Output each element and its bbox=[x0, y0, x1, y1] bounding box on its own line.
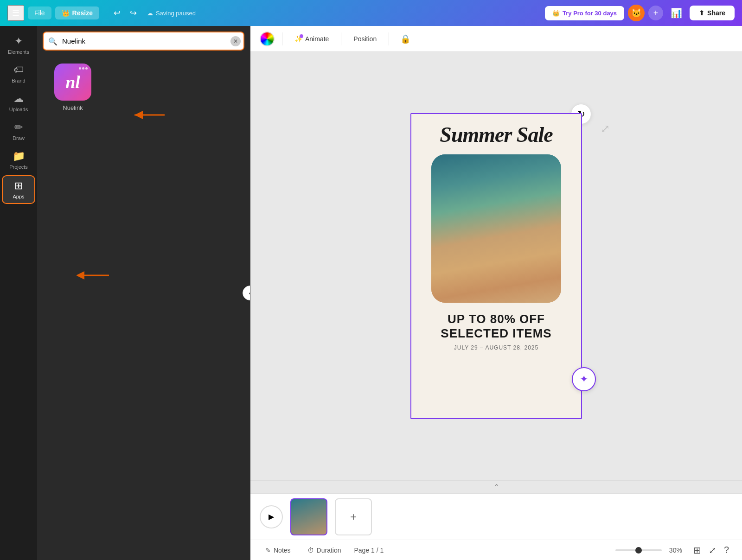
draw-icon: ✏ bbox=[14, 121, 23, 134]
try-pro-label: Try Pro for 30 days bbox=[563, 10, 617, 17]
notes-label: Notes bbox=[274, 547, 291, 554]
nuelink-icon-text: nl bbox=[65, 72, 80, 92]
sidebar-item-elements-label: Elements bbox=[8, 49, 29, 55]
help-button[interactable]: ? bbox=[722, 543, 731, 558]
add-button[interactable]: + bbox=[648, 6, 663, 20]
sidebar-item-apps[interactable]: ⊞ Apps bbox=[2, 175, 35, 204]
animate-icon-wrap: ✨ bbox=[294, 35, 302, 43]
menu-button[interactable]: ☰ bbox=[7, 5, 24, 21]
elements-icon: ✦ bbox=[14, 35, 23, 47]
try-pro-button[interactable]: 👑 Try Pro for 30 days bbox=[545, 6, 624, 20]
main-layout: ✦ Elements 🏷 Brand ☁ Uploads ✏ Draw 📁 Pr… bbox=[0, 26, 742, 560]
animate-button[interactable]: ✨ Animate bbox=[290, 32, 333, 45]
crown-icon: 👑 bbox=[62, 9, 70, 17]
page-info: Page 1 / 1 bbox=[354, 547, 384, 554]
nuelink-app-icon: nl bbox=[54, 64, 91, 101]
duration-label: Duration bbox=[317, 547, 341, 554]
brand-icon: 🏷 bbox=[13, 64, 24, 76]
grid-view-button[interactable]: ⊞ bbox=[691, 543, 703, 558]
file-button[interactable]: File bbox=[28, 6, 51, 19]
nuelink-app-name: Nuelink bbox=[63, 104, 83, 111]
toolbar-separator-3 bbox=[389, 32, 389, 45]
undo-button[interactable]: ↩ bbox=[111, 5, 123, 21]
search-input[interactable] bbox=[43, 32, 244, 51]
arrow-to-app bbox=[130, 106, 167, 124]
bottom-bar: ▶ + bbox=[250, 493, 742, 540]
saving-icon: ☁ bbox=[147, 10, 153, 17]
collapse-timeline-button[interactable]: ⌃ bbox=[493, 483, 499, 491]
canvas-area: ✨ Animate Position 🔒 ↻ Summe bbox=[250, 26, 742, 560]
design-wrapper: ↻ Summer Sale UP TO 80% OFF SELECTED ITE… bbox=[410, 113, 582, 419]
resize-label: Resize bbox=[72, 9, 93, 17]
sidebar-item-brand-label: Brand bbox=[12, 78, 25, 83]
add-page-button[interactable]: + bbox=[335, 498, 372, 535]
share-button[interactable]: ⬆ Share bbox=[690, 6, 735, 20]
color-picker[interactable] bbox=[260, 32, 275, 46]
sidebar-item-elements[interactable]: ✦ Elements bbox=[2, 32, 35, 58]
fullscreen-button[interactable]: ⤢ bbox=[707, 543, 718, 558]
dot1 bbox=[79, 67, 81, 70]
redo-button[interactable]: ↪ bbox=[127, 5, 140, 21]
canvas-toolbar: ✨ Animate Position 🔒 bbox=[250, 26, 742, 52]
saving-status: ☁ Saving paused bbox=[147, 10, 196, 17]
sidebar-item-draw[interactable]: ✏ Draw bbox=[2, 118, 35, 145]
animate-notif-dot bbox=[300, 34, 303, 38]
design-image-figure bbox=[431, 154, 561, 303]
app-icon-dots bbox=[79, 67, 88, 70]
dot3 bbox=[85, 67, 88, 70]
sidebar-item-projects[interactable]: 📁 Projects bbox=[2, 146, 35, 173]
avatar[interactable]: 🐱 bbox=[628, 5, 645, 21]
sidebar-item-uploads-label: Uploads bbox=[9, 107, 28, 112]
notes-button[interactable]: ✎ Notes bbox=[262, 545, 294, 556]
design-card[interactable]: Summer Sale UP TO 80% OFF SELECTED ITEMS… bbox=[410, 113, 582, 419]
saving-text: Saving paused bbox=[156, 10, 196, 17]
search-wrapper: 🔍 ✕ bbox=[43, 32, 244, 51]
canvas-scroll: ↻ Summer Sale UP TO 80% OFF SELECTED ITE… bbox=[250, 52, 742, 480]
expand-icon: ⤢ bbox=[601, 122, 610, 135]
zoom-bar: 30% bbox=[615, 547, 682, 554]
topbar: ☰ File 👑 Resize ↩ ↪ ☁ Saving paused 👑 Tr… bbox=[0, 0, 742, 26]
uploads-icon: ☁ bbox=[13, 93, 24, 105]
share-icon: ⬆ bbox=[699, 9, 704, 17]
divider bbox=[105, 6, 105, 19]
analytics-button[interactable]: 📊 bbox=[667, 6, 686, 20]
zoom-thumb[interactable] bbox=[635, 547, 642, 554]
bottom-icon-buttons: ⊞ ⤢ ? bbox=[691, 543, 731, 558]
nuelink-app-card[interactable]: nl Nuelink bbox=[43, 58, 103, 117]
status-bar: ✎ Notes ⏱ Duration Page 1 / 1 30% bbox=[250, 540, 742, 560]
lock-button[interactable]: 🔒 bbox=[397, 32, 414, 46]
apps-panel: 🔍 ✕ nl Nuelink bbox=[37, 26, 250, 560]
sidebar-item-uploads[interactable]: ☁ Uploads bbox=[2, 89, 35, 116]
notes-icon: ✎ bbox=[265, 547, 271, 554]
sidebar-item-draw-label: Draw bbox=[13, 135, 25, 141]
try-pro-crown-icon: 👑 bbox=[552, 10, 560, 17]
apps-icon: ⊞ bbox=[14, 180, 23, 192]
zoom-percent: 30% bbox=[665, 547, 682, 554]
sidebar-item-apps-label: Apps bbox=[13, 194, 24, 199]
design-image bbox=[431, 154, 561, 303]
page-thumbnail-1[interactable] bbox=[290, 498, 327, 535]
projects-icon: 📁 bbox=[13, 150, 25, 162]
sidebar-item-projects-label: Projects bbox=[9, 164, 28, 170]
dot2 bbox=[82, 67, 84, 70]
search-clear-button[interactable]: ✕ bbox=[230, 36, 241, 46]
position-button[interactable]: Position bbox=[349, 32, 381, 45]
toolbar-separator-2 bbox=[341, 32, 341, 45]
design-subtitle: UP TO 80% OFF SELECTED ITEMS bbox=[441, 312, 551, 341]
magic-button[interactable]: ✦ bbox=[572, 367, 596, 391]
duration-icon: ⏱ bbox=[307, 547, 314, 554]
design-title: Summer Sale bbox=[440, 123, 552, 147]
animate-label: Animate bbox=[305, 35, 329, 43]
share-label: Share bbox=[707, 9, 725, 17]
left-sidebar: ✦ Elements 🏷 Brand ☁ Uploads ✏ Draw 📁 Pr… bbox=[0, 26, 37, 560]
play-button[interactable]: ▶ bbox=[260, 505, 283, 528]
hide-panel-button[interactable]: ‹ bbox=[243, 286, 250, 300]
resize-button[interactable]: 👑 Resize bbox=[55, 6, 99, 19]
design-date: JULY 29 – AUGUST 28, 2025 bbox=[454, 344, 538, 351]
toolbar-separator bbox=[282, 32, 282, 45]
duration-button[interactable]: ⏱ Duration bbox=[304, 545, 345, 556]
zoom-track[interactable] bbox=[615, 549, 662, 551]
sidebar-item-brand[interactable]: 🏷 Brand bbox=[2, 60, 35, 87]
